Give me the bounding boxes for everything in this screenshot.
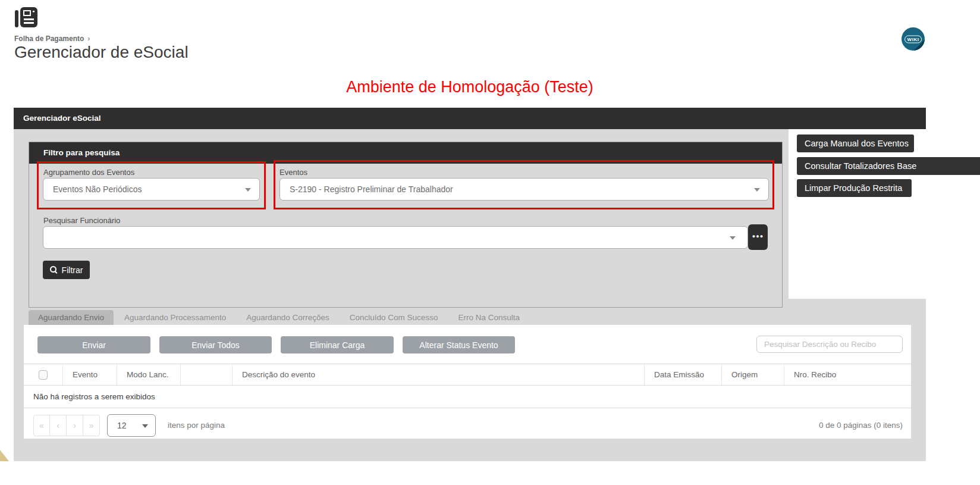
manual-load-events-button[interactable]: Carga Manual dos Eventos [797,134,914,152]
previous-page-button[interactable]: ‹ [50,415,67,436]
select-all-cell [24,364,62,385]
column-header-evento: Evento [62,364,117,385]
clear-restricted-production-button[interactable]: Limpar Produção Restrita [797,179,912,197]
last-page-button[interactable]: » [83,415,100,436]
delete-load-button[interactable]: Eliminar Carga [281,336,394,353]
chevron-down-icon [730,236,736,240]
first-page-button[interactable]: « [33,415,50,436]
wiki-badge[interactable]: WIKI [902,27,925,51]
chevron-down-icon [245,188,251,192]
breadcrumb-chevron-icon: › [87,35,90,43]
column-header-origem: Origem [721,364,784,385]
events-select-value: S-2190 - Registro Preliminar de Trabalha… [290,184,453,194]
tab-aguardando-envio[interactable]: Aguardando Envio [29,310,114,325]
pager-summary: 0 de 0 páginas (0 itens) [819,421,903,430]
consult-totalizers-button[interactable]: Consultar Totalizadores Base [797,157,980,175]
page: Folha de Pagamento› Gerenciador de eSoci… [0,0,980,485]
column-header-data-emissao: Data Emissão [644,364,721,385]
send-button[interactable]: Enviar [37,336,150,353]
pager-nav: « ‹ › » [33,415,100,436]
chevron-down-icon [754,188,760,192]
column-header-blank [180,364,232,385]
events-label: Eventos [279,168,307,177]
grouping-select-value: Eventos Não Periódicos [53,184,142,194]
grid-search-input[interactable] [756,336,903,353]
window-title-bar: Gerenciador eSocial [14,108,926,129]
tab-concluido-com-sucesso[interactable]: Concluído Com Sucesso [340,310,448,325]
filter-button[interactable]: Filtrar [43,261,90,279]
employee-more-options-button[interactable]: ●●● [748,224,768,250]
next-page-button[interactable]: › [67,415,83,436]
payroll-newspaper-icon [14,5,38,32]
alter-status-event-button[interactable]: Alterar Status Evento [403,336,515,353]
breadcrumb[interactable]: Folha de Pagamento› [14,35,90,43]
column-header-descricao: Descrição do evento [232,364,644,385]
page-title: Gerenciador de eSocial [14,43,189,62]
grouping-label: Agrupamento dos Eventos [43,168,134,177]
grouping-select[interactable]: Eventos Não Periódicos [43,178,260,201]
search-icon [50,266,58,274]
status-tabs: Aguardando Envio Aguardando Processament… [29,310,529,325]
filter-panel-title: Filtro para pesquisa [29,142,782,164]
items-per-page-label: itens por página [168,421,225,430]
chevron-down-icon [142,424,148,428]
empty-state-message: Não há registros a serem exibidos [24,386,911,408]
tab-aguardando-correcoes[interactable]: Aguardando Correções [237,310,339,325]
employee-search-select[interactable] [43,226,748,249]
send-all-button[interactable]: Enviar Todos [159,336,272,353]
column-header-modo-lanc: Modo Lanc. [117,364,180,385]
corner-wedge-decoration [0,450,9,461]
page-size-value: 12 [117,421,127,430]
table-header: Evento Modo Lanc. Descrição do evento Da… [24,364,911,386]
tab-aguardando-processamento[interactable]: Aguardando Processamento [115,310,235,325]
wiki-badge-label: WIKI [904,35,922,43]
select-all-checkbox[interactable] [39,370,48,380]
tab-erro-na-consulta[interactable]: Erro Na Consulta [448,310,529,325]
filter-panel: Filtro para pesquisa [29,142,783,308]
environment-banner: Ambiente de Homologação (Teste) [14,78,926,96]
employee-search-label: Pesquisar Funcionário [43,216,120,225]
events-select[interactable]: S-2190 - Registro Preliminar de Trabalha… [279,178,769,201]
filter-button-label: Filtrar [62,265,83,275]
side-buttons-backdrop [789,129,926,299]
page-size-select[interactable]: 12 [107,414,156,437]
column-header-nro-recibo: Nro. Recibo [784,364,911,385]
